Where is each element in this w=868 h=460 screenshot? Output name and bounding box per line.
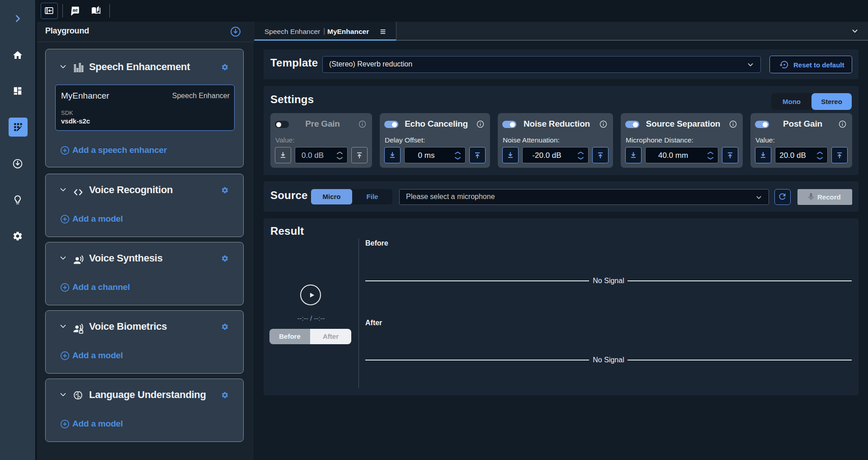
svg-text:ae: ae: [73, 8, 78, 13]
